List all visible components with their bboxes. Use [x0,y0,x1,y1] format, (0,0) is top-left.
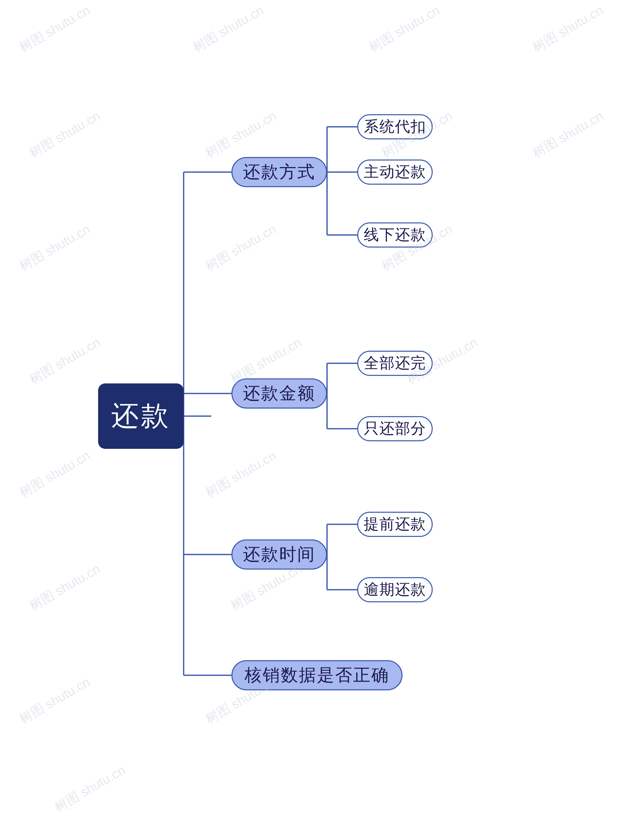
root-node: 还款 [98,383,184,449]
leaf-node-1-3: 线下还款 [357,222,433,248]
watermark-3: 树图 shutu.cn [366,2,443,56]
leaf-1-1-label: 系统代扣 [364,117,426,137]
branch-2-label: 还款金额 [243,382,315,405]
leaf-2-1-label: 全部还完 [364,353,426,373]
branch-node-3: 还款时间 [232,539,327,570]
watermark-15: 树图 shutu.cn [16,447,94,502]
watermark-19: 树图 shutu.cn [16,673,94,728]
leaf-1-3-label: 线下还款 [364,225,426,245]
watermark-4: 树图 shutu.cn [529,2,607,56]
branch-node-2: 还款金额 [232,378,327,409]
branch-node-1: 还款方式 [232,157,327,187]
leaf-node-2-2: 只还部分 [357,416,433,441]
watermark-2: 树图 shutu.cn [190,2,267,56]
root-label: 还款 [111,397,171,435]
leaf-3-1-label: 提前还款 [364,514,426,534]
leaf-node-1-2: 主动还款 [357,160,433,185]
standalone-node: 核销数据是否正确 [232,660,403,690]
leaf-1-2-label: 主动还款 [364,162,426,182]
leaf-node-1-1: 系统代扣 [357,114,433,139]
leaf-node-3-1: 提前还款 [357,512,433,537]
leaf-node-2-1: 全部还完 [357,351,433,376]
watermark-1: 树图 shutu.cn [16,2,94,56]
leaf-2-2-label: 只还部分 [364,418,426,439]
leaf-node-3-2: 逾期还款 [357,577,433,602]
standalone-label: 核销数据是否正确 [244,664,390,686]
watermark-9: 树图 shutu.cn [16,221,94,275]
branch-3-label: 还款时间 [243,543,315,566]
diagram-container: 还款 还款方式 系统代扣 主动还款 线下还款 还款金额 全部还完 只还部分 还款… [83,51,561,781]
leaf-3-2-label: 逾期还款 [364,579,426,600]
branch-1-label: 还款方式 [243,160,315,183]
